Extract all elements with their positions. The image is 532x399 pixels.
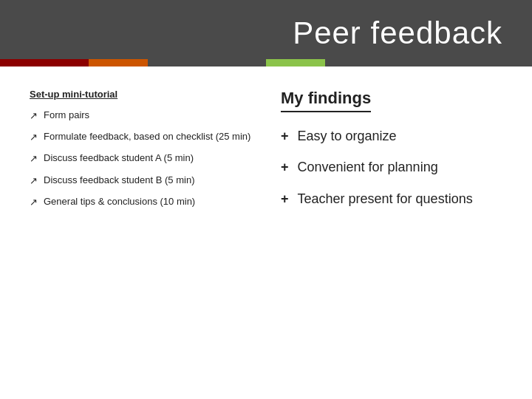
finding-item: + Convenient for planning [281, 158, 502, 176]
accent-green [266, 59, 325, 66]
accent-orange [89, 59, 148, 66]
slide-title: Peer feedback [293, 16, 502, 51]
list-item-text: Formulate feedback, based on checklist (… [44, 130, 250, 143]
list-item: ↗ Formulate feedback, based on checklist… [30, 130, 251, 144]
plus-icon: + [281, 160, 289, 175]
finding-text: Convenient for planning [298, 158, 438, 176]
arrow-icon: ↗ [30, 131, 38, 144]
findings-title: My findings [281, 89, 371, 112]
list-item: ↗ Discuss feedback student B (5 min) [30, 174, 251, 188]
accent-gap [148, 59, 266, 66]
list-item: ↗ General tips & conclusions (10 min) [30, 195, 251, 209]
arrow-icon: ↗ [30, 109, 38, 123]
section-title: Set-up mini-tutorial [30, 89, 251, 100]
left-column: Set-up mini-tutorial ↗ Form pairs ↗ Form… [30, 89, 251, 221]
list-item-text: General tips & conclusions (10 min) [44, 195, 195, 208]
slide: Peer feedback Set-up mini-tutorial ↗ For… [0, 0, 532, 399]
finding-text: Easy to organize [298, 127, 397, 145]
plus-icon: + [281, 191, 289, 207]
list-item-text: Discuss feedback student B (5 min) [44, 174, 194, 187]
list-item: ↗ Form pairs [30, 109, 251, 123]
plus-icon: + [281, 129, 289, 144]
list-item-text: Discuss feedback student A (5 min) [44, 151, 194, 165]
list-item-text: Form pairs [44, 109, 89, 122]
header-accents [0, 59, 532, 66]
finding-item: + Easy to organize [281, 127, 502, 145]
arrow-icon: ↗ [30, 152, 38, 166]
arrow-icon: ↗ [30, 174, 38, 188]
list-item: ↗ Discuss feedback student A (5 min) [30, 151, 251, 166]
content-area: Set-up mini-tutorial ↗ Form pairs ↗ Form… [0, 66, 532, 236]
arrow-icon: ↗ [30, 196, 38, 209]
finding-item: + Teacher present for questions [281, 190, 502, 208]
header-bar: Peer feedback [0, 0, 532, 66]
finding-text: Teacher present for questions [298, 190, 473, 208]
right-column: My findings + Easy to organize + Conveni… [266, 89, 502, 221]
accent-dark-red [0, 59, 89, 66]
